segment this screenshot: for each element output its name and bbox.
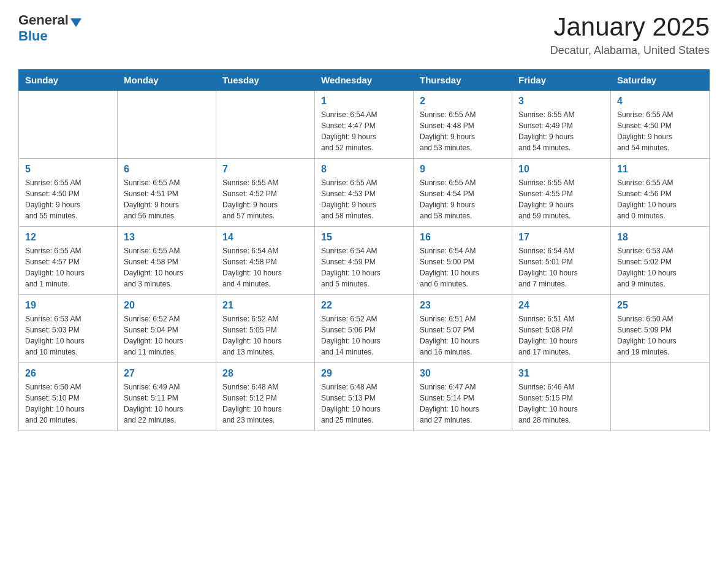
day-number: 7 — [222, 164, 308, 175]
day-info: Sunrise: 6:55 AM Sunset: 4:53 PM Dayligh… — [321, 177, 407, 221]
calendar-cell — [216, 91, 315, 159]
day-number: 24 — [518, 300, 604, 311]
day-info: Sunrise: 6:51 AM Sunset: 5:07 PM Dayligh… — [420, 313, 506, 358]
day-info: Sunrise: 6:55 AM Sunset: 4:56 PM Dayligh… — [617, 177, 703, 221]
day-info: Sunrise: 6:55 AM Sunset: 4:54 PM Dayligh… — [420, 177, 506, 221]
day-info: Sunrise: 6:48 AM Sunset: 5:12 PM Dayligh… — [222, 381, 308, 426]
calendar-week-row: 19Sunrise: 6:53 AM Sunset: 5:03 PM Dayli… — [19, 295, 710, 363]
day-number: 12 — [25, 232, 111, 243]
day-number: 15 — [321, 232, 407, 243]
calendar-cell: 30Sunrise: 6:47 AM Sunset: 5:14 PM Dayli… — [414, 363, 512, 431]
day-info: Sunrise: 6:55 AM Sunset: 4:49 PM Dayligh… — [518, 109, 604, 153]
day-of-week-header: Wednesday — [315, 70, 414, 91]
day-of-week-header: Sunday — [19, 70, 118, 91]
day-info: Sunrise: 6:51 AM Sunset: 5:08 PM Dayligh… — [518, 313, 604, 358]
calendar-cell: 20Sunrise: 6:52 AM Sunset: 5:04 PM Dayli… — [118, 295, 216, 363]
day-number: 19 — [25, 300, 111, 311]
calendar-cell: 13Sunrise: 6:55 AM Sunset: 4:58 PM Dayli… — [118, 227, 216, 295]
calendar-cell — [611, 363, 710, 431]
day-number: 29 — [321, 368, 407, 379]
calendar-cell: 25Sunrise: 6:50 AM Sunset: 5:09 PM Dayli… — [611, 295, 710, 363]
day-number: 18 — [617, 232, 703, 243]
calendar-cell: 27Sunrise: 6:49 AM Sunset: 5:11 PM Dayli… — [118, 363, 216, 431]
day-number: 27 — [124, 368, 210, 379]
day-number: 9 — [420, 164, 506, 175]
calendar-cell: 19Sunrise: 6:53 AM Sunset: 5:03 PM Dayli… — [19, 295, 118, 363]
day-number: 22 — [321, 300, 407, 311]
day-number: 31 — [518, 368, 604, 379]
day-info: Sunrise: 6:55 AM Sunset: 4:50 PM Dayligh… — [617, 109, 703, 153]
day-info: Sunrise: 6:54 AM Sunset: 4:58 PM Dayligh… — [222, 245, 308, 289]
page-header: General Blue January 2025 Decatur, Alaba… — [18, 12, 710, 57]
day-info: Sunrise: 6:46 AM Sunset: 5:15 PM Dayligh… — [518, 381, 604, 426]
calendar-cell: 22Sunrise: 6:52 AM Sunset: 5:06 PM Dayli… — [315, 295, 414, 363]
day-info: Sunrise: 6:52 AM Sunset: 5:06 PM Dayligh… — [321, 313, 407, 358]
day-info: Sunrise: 6:54 AM Sunset: 5:00 PM Dayligh… — [420, 245, 506, 289]
day-of-week-header: Friday — [512, 70, 611, 91]
day-info: Sunrise: 6:53 AM Sunset: 5:02 PM Dayligh… — [617, 245, 703, 289]
calendar-cell: 18Sunrise: 6:53 AM Sunset: 5:02 PM Dayli… — [611, 227, 710, 295]
title-block: January 2025 Decatur, Alabama, United St… — [550, 12, 710, 57]
calendar-cell: 17Sunrise: 6:54 AM Sunset: 5:01 PM Dayli… — [512, 227, 611, 295]
day-info: Sunrise: 6:55 AM Sunset: 4:55 PM Dayligh… — [518, 177, 604, 221]
day-number: 2 — [420, 96, 506, 107]
day-info: Sunrise: 6:55 AM Sunset: 4:50 PM Dayligh… — [25, 177, 111, 221]
calendar-cell: 3Sunrise: 6:55 AM Sunset: 4:49 PM Daylig… — [512, 91, 611, 159]
calendar-cell: 15Sunrise: 6:54 AM Sunset: 4:59 PM Dayli… — [315, 227, 414, 295]
day-number: 13 — [124, 232, 210, 243]
calendar-cell: 9Sunrise: 6:55 AM Sunset: 4:54 PM Daylig… — [414, 159, 512, 227]
day-number: 14 — [222, 232, 308, 243]
calendar-cell: 24Sunrise: 6:51 AM Sunset: 5:08 PM Dayli… — [512, 295, 611, 363]
calendar-cell — [118, 91, 216, 159]
day-number: 25 — [617, 300, 703, 311]
day-number: 23 — [420, 300, 506, 311]
logo-blue-text: Blue — [18, 28, 48, 44]
day-info: Sunrise: 6:54 AM Sunset: 4:47 PM Dayligh… — [321, 109, 407, 153]
calendar-cell: 16Sunrise: 6:54 AM Sunset: 5:00 PM Dayli… — [414, 227, 512, 295]
calendar-week-row: 26Sunrise: 6:50 AM Sunset: 5:10 PM Dayli… — [19, 363, 710, 431]
calendar-cell: 5Sunrise: 6:55 AM Sunset: 4:50 PM Daylig… — [19, 159, 118, 227]
day-of-week-header: Monday — [118, 70, 216, 91]
calendar-cell: 7Sunrise: 6:55 AM Sunset: 4:52 PM Daylig… — [216, 159, 315, 227]
day-number: 26 — [25, 368, 111, 379]
calendar-cell: 12Sunrise: 6:55 AM Sunset: 4:57 PM Dayli… — [19, 227, 118, 295]
calendar-table: SundayMondayTuesdayWednesdayThursdayFrid… — [18, 69, 710, 431]
day-info: Sunrise: 6:47 AM Sunset: 5:14 PM Dayligh… — [420, 381, 506, 426]
day-info: Sunrise: 6:53 AM Sunset: 5:03 PM Dayligh… — [25, 313, 111, 358]
calendar-cell: 4Sunrise: 6:55 AM Sunset: 4:50 PM Daylig… — [611, 91, 710, 159]
day-info: Sunrise: 6:54 AM Sunset: 5:01 PM Dayligh… — [518, 245, 604, 289]
calendar-cell: 29Sunrise: 6:48 AM Sunset: 5:13 PM Dayli… — [315, 363, 414, 431]
day-info: Sunrise: 6:50 AM Sunset: 5:10 PM Dayligh… — [25, 381, 111, 426]
day-of-week-header: Tuesday — [216, 70, 315, 91]
day-number: 10 — [518, 164, 604, 175]
calendar-cell: 14Sunrise: 6:54 AM Sunset: 4:58 PM Dayli… — [216, 227, 315, 295]
day-number: 8 — [321, 164, 407, 175]
day-of-week-header: Thursday — [414, 70, 512, 91]
calendar-cell: 23Sunrise: 6:51 AM Sunset: 5:07 PM Dayli… — [414, 295, 512, 363]
day-info: Sunrise: 6:55 AM Sunset: 4:58 PM Dayligh… — [124, 245, 210, 289]
calendar-cell: 10Sunrise: 6:55 AM Sunset: 4:55 PM Dayli… — [512, 159, 611, 227]
day-info: Sunrise: 6:52 AM Sunset: 5:05 PM Dayligh… — [222, 313, 308, 358]
day-number: 16 — [420, 232, 506, 243]
day-number: 6 — [124, 164, 210, 175]
calendar-cell — [19, 91, 118, 159]
day-info: Sunrise: 6:49 AM Sunset: 5:11 PM Dayligh… — [124, 381, 210, 426]
calendar-cell: 31Sunrise: 6:46 AM Sunset: 5:15 PM Dayli… — [512, 363, 611, 431]
calendar-cell: 1Sunrise: 6:54 AM Sunset: 4:47 PM Daylig… — [315, 91, 414, 159]
day-number: 28 — [222, 368, 308, 379]
day-info: Sunrise: 6:55 AM Sunset: 4:51 PM Dayligh… — [124, 177, 210, 221]
calendar-cell: 8Sunrise: 6:55 AM Sunset: 4:53 PM Daylig… — [315, 159, 414, 227]
day-info: Sunrise: 6:55 AM Sunset: 4:57 PM Dayligh… — [25, 245, 111, 289]
day-info: Sunrise: 6:55 AM Sunset: 4:48 PM Dayligh… — [420, 109, 506, 153]
day-info: Sunrise: 6:54 AM Sunset: 4:59 PM Dayligh… — [321, 245, 407, 289]
day-info: Sunrise: 6:55 AM Sunset: 4:52 PM Dayligh… — [222, 177, 308, 221]
logo: General Blue — [18, 12, 82, 44]
day-number: 11 — [617, 164, 703, 175]
calendar-cell: 2Sunrise: 6:55 AM Sunset: 4:48 PM Daylig… — [414, 91, 512, 159]
day-number: 20 — [124, 300, 210, 311]
logo-arrow-icon — [70, 18, 82, 27]
day-number: 3 — [518, 96, 604, 107]
day-info: Sunrise: 6:50 AM Sunset: 5:09 PM Dayligh… — [617, 313, 703, 358]
header-row: SundayMondayTuesdayWednesdayThursdayFrid… — [19, 70, 710, 91]
day-number: 4 — [617, 96, 703, 107]
